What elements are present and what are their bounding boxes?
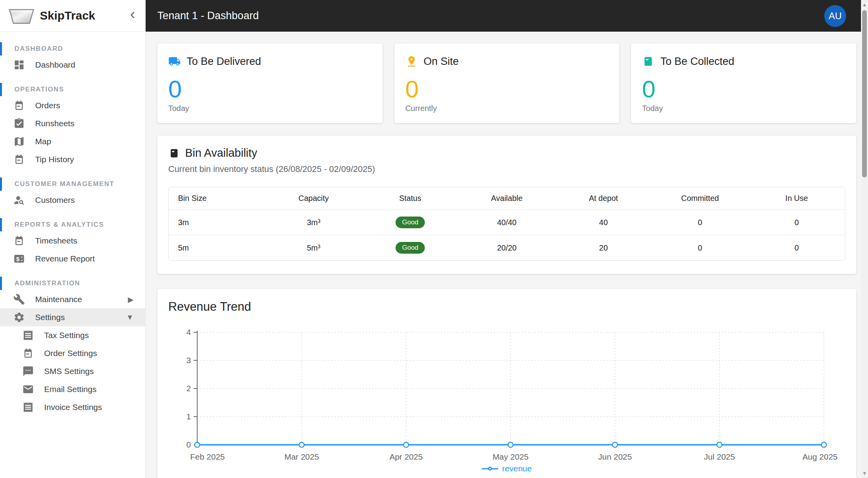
sidebar: SkipTrack ‹ DASHBOARDDashboardOPERATIONS… <box>0 0 146 478</box>
section-label: ADMINISTRATION <box>14 279 80 287</box>
bin-availability-title: Bin Availability <box>185 147 257 159</box>
stat-card-row: To Be Delivered0TodayOn Site0CurrentlyTo… <box>157 43 856 123</box>
sidebar-item-maintenance[interactable]: Maintenance▶ <box>0 290 145 308</box>
data-point <box>717 442 722 448</box>
sidebar-item-orders[interactable]: Orders <box>0 97 145 115</box>
sidebar-item-label: Revenue Report <box>35 254 145 263</box>
status-badge: Good <box>396 217 425 228</box>
sidebar-item-invoice-settings[interactable]: Invoice Settings <box>0 398 145 416</box>
data-point <box>822 442 827 448</box>
section-label: DASHBOARD <box>14 45 63 53</box>
bin-availability-table: Bin SizeCapacityStatusAvailableAt depotC… <box>169 187 845 260</box>
column-header-in-use: In Use <box>749 187 845 210</box>
bin-table-wrapper: Bin SizeCapacityStatusAvailableAt depotC… <box>168 187 845 261</box>
sidebar-item-runsheets[interactable]: Runsheets <box>0 115 145 132</box>
data-point <box>299 442 304 448</box>
top-header: Tenant 1 - Dashboard AU <box>146 0 868 32</box>
table-cell-status: Good <box>362 235 458 261</box>
gear-icon <box>13 312 25 323</box>
table-cell-status: Good <box>362 210 458 235</box>
sms-icon <box>22 365 34 377</box>
price-icon: $ <box>13 253 25 265</box>
section-accent-bar <box>0 83 2 96</box>
sidebar-item-label: Map <box>35 137 145 146</box>
stat-card-to-be-delivered: To Be Delivered0Today <box>157 43 383 123</box>
wrench-icon <box>13 294 25 305</box>
x-tick-label: Mar 2025 <box>284 452 319 461</box>
sidebar-collapse-icon[interactable]: ‹ <box>130 8 135 23</box>
section-accent-bar <box>0 42 2 55</box>
svg-text:$: $ <box>16 256 20 262</box>
scrollbar-up-arrow-icon[interactable]: ▲ <box>862 0 867 9</box>
section-label: OPERATIONS <box>14 86 64 93</box>
sidebar-section-administration: ADMINISTRATION <box>0 276 145 290</box>
scrollbar-thumb[interactable] <box>862 10 867 177</box>
x-tick-label: May 2025 <box>492 452 528 461</box>
revenue-trend-card: Revenue Trend 01234Feb 2025Mar 2025Apr 2… <box>157 289 856 478</box>
task-icon <box>13 118 25 129</box>
map-icon <box>13 136 25 147</box>
y-tick-label: 4 <box>186 328 191 337</box>
calendar-icon <box>13 235 25 247</box>
table-cell: 40/40 <box>458 210 555 235</box>
column-header-capacity: Capacity <box>265 187 362 210</box>
receipt-icon <box>22 401 34 413</box>
y-tick-label: 0 <box>186 440 191 449</box>
sidebar-item-revenue-report[interactable]: $Revenue Report <box>0 250 145 268</box>
chevron-down-icon[interactable]: ▼ <box>126 313 134 322</box>
table-row: 5m5m³Good20/202000 <box>169 235 845 261</box>
table-cell: 0 <box>652 210 748 235</box>
sidebar-item-email-settings[interactable]: Email Settings <box>0 380 145 398</box>
sidebar-submenu-settings: Tax SettingsOrder SettingsSMS SettingsEm… <box>0 326 145 416</box>
section-accent-bar <box>0 218 2 231</box>
table-cell: 5m³ <box>265 235 362 261</box>
stat-card-title: To Be Delivered <box>187 55 261 68</box>
sidebar-item-tip-history[interactable]: Tip History <box>0 150 145 168</box>
column-header-bin-size: Bin Size <box>169 187 265 210</box>
page-title: Tenant 1 - Dashboard <box>157 10 824 22</box>
stat-card-title: On Site <box>424 55 459 68</box>
stat-card-caption: Currently <box>405 104 609 113</box>
sidebar-item-map[interactable]: Map <box>0 132 145 150</box>
receipt-icon <box>22 329 34 341</box>
x-tick-label: Jul 2025 <box>704 452 735 461</box>
sidebar-item-order-settings[interactable]: Order Settings <box>0 344 145 362</box>
scrollbar-down-arrow-icon[interactable]: ▼ <box>862 469 867 478</box>
legend-revenue[interactable]: revenue <box>168 464 845 473</box>
dashboard-icon <box>13 59 25 71</box>
stat-card-caption: Today <box>642 104 845 113</box>
sidebar-section-operations: OPERATIONS <box>0 82 145 97</box>
stat-card-title: To Be Collected <box>660 55 734 68</box>
sidebar-item-tax-settings[interactable]: Tax Settings <box>0 326 145 344</box>
stat-card-value: 0 <box>642 77 845 101</box>
bin-icon <box>168 147 180 159</box>
sidebar-item-customers[interactable]: Customers <box>0 191 145 209</box>
bin-availability-subtitle: Current bin inventory status (26/08/2025… <box>168 164 845 174</box>
table-row: 3m3m³Good40/404000 <box>169 210 845 235</box>
sidebar-item-dashboard[interactable]: Dashboard <box>0 56 145 74</box>
stat-card-on-site: On Site0Currently <box>394 43 620 123</box>
calendar-icon <box>13 154 25 165</box>
table-cell: 0 <box>749 210 845 235</box>
y-tick-label: 1 <box>186 412 191 421</box>
main-area: Tenant 1 - Dashboard AU To Be Delivered0… <box>146 0 868 478</box>
scrollbar[interactable]: ▲ ▼ <box>861 0 868 478</box>
sidebar-item-settings[interactable]: Settings▼ <box>0 308 145 326</box>
data-point <box>404 442 409 448</box>
section-accent-bar <box>0 277 2 290</box>
section-label: REPORTS & ANALYTICS <box>14 221 104 229</box>
sidebar-item-label: Settings <box>35 313 126 322</box>
chevron-right-icon[interactable]: ▶ <box>128 295 134 304</box>
sidebar-item-label: Tip History <box>35 155 145 164</box>
revenue-trend-title: Revenue Trend <box>168 300 845 314</box>
column-header-available: Available <box>458 187 555 210</box>
email-icon <box>22 383 34 395</box>
sidebar-item-label: Invoice Settings <box>44 403 145 412</box>
sidebar-item-sms-settings[interactable]: SMS Settings <box>0 362 145 380</box>
app-root: SkipTrack ‹ DASHBOARDDashboardOPERATIONS… <box>0 0 868 478</box>
column-header-status: Status <box>362 187 458 210</box>
sidebar-item-timesheets[interactable]: Timesheets <box>0 232 145 250</box>
user-avatar[interactable]: AU <box>824 5 846 27</box>
sidebar-section-reports-analytics: REPORTS & ANALYTICS <box>0 218 145 232</box>
sidebar-item-label: Order Settings <box>44 349 145 358</box>
